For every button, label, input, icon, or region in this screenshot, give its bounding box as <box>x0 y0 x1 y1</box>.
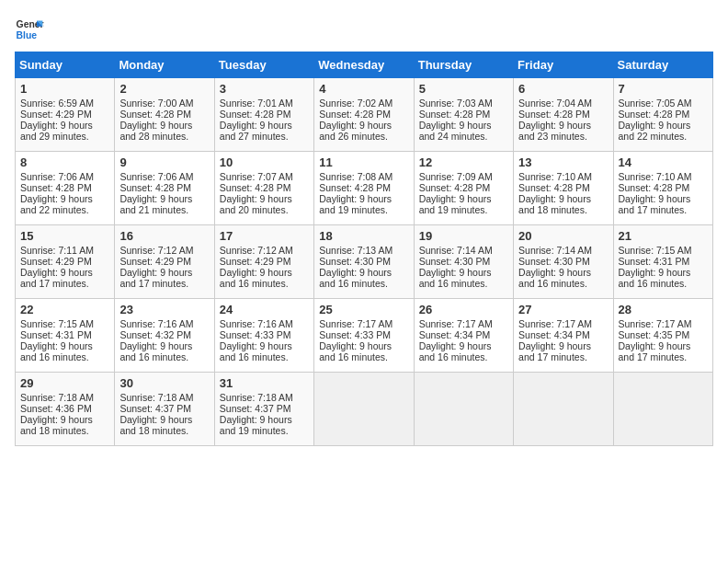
day-info-line: Sunset: 4:28 PM <box>518 109 608 120</box>
day-info-line: Sunset: 4:28 PM <box>419 109 508 120</box>
day-cell: 12Sunrise: 7:09 AMSunset: 4:28 PMDayligh… <box>414 152 513 225</box>
day-cell: 8Sunrise: 7:06 AMSunset: 4:28 PMDaylight… <box>16 152 115 225</box>
svg-text:Blue: Blue <box>17 30 38 40</box>
day-info-line: Sunrise: 7:08 AM <box>319 171 408 182</box>
day-info-line: Daylight: 9 hours <box>419 340 508 351</box>
day-info-line: Sunrise: 7:17 AM <box>619 318 708 329</box>
day-cell <box>613 373 712 446</box>
day-info-line: and 16 minutes. <box>518 278 608 289</box>
day-info-line: Sunset: 4:29 PM <box>220 256 309 267</box>
day-number: 22 <box>20 303 109 316</box>
day-info-line: Sunset: 4:28 PM <box>319 182 408 193</box>
day-info-line: Sunrise: 7:17 AM <box>319 318 408 329</box>
day-info-line: Daylight: 9 hours <box>119 120 209 131</box>
day-cell: 3Sunrise: 7:01 AMSunset: 4:28 PMDaylight… <box>214 78 313 152</box>
day-info-line: Daylight: 9 hours <box>619 120 708 131</box>
day-info-line: and 23 minutes. <box>518 131 608 142</box>
day-info-line: Daylight: 9 hours <box>119 340 209 351</box>
day-info-line: Sunset: 4:37 PM <box>119 403 209 414</box>
day-cell: 16Sunrise: 7:12 AMSunset: 4:29 PMDayligh… <box>115 225 214 299</box>
day-info-line: and 18 minutes. <box>518 204 608 215</box>
day-info-line: and 16 minutes. <box>319 278 408 289</box>
day-cell: 29Sunrise: 7:18 AMSunset: 4:36 PMDayligh… <box>16 373 115 446</box>
day-info-line: Sunset: 4:33 PM <box>220 329 309 340</box>
day-info-line: and 26 minutes. <box>319 131 408 142</box>
day-info-line: and 17 minutes. <box>619 204 708 215</box>
day-info-line: Sunrise: 7:05 AM <box>619 98 708 109</box>
day-info-line: Sunrise: 7:18 AM <box>119 392 209 403</box>
day-info-line: and 28 minutes. <box>119 131 209 142</box>
day-info-line: Sunrise: 7:10 AM <box>619 171 708 182</box>
day-info-line: Sunset: 4:28 PM <box>220 109 309 120</box>
day-info-line: Sunrise: 7:13 AM <box>319 245 408 256</box>
day-cell: 4Sunrise: 7:02 AMSunset: 4:28 PMDaylight… <box>314 78 414 152</box>
day-info-line: Sunrise: 7:15 AM <box>619 245 708 256</box>
day-cell: 25Sunrise: 7:17 AMSunset: 4:33 PMDayligh… <box>314 299 414 373</box>
page-header: General Blue <box>15 15 713 44</box>
day-info-line: Sunrise: 7:16 AM <box>220 318 309 329</box>
day-info-line: and 22 minutes. <box>619 131 708 142</box>
day-cell: 5Sunrise: 7:03 AMSunset: 4:28 PMDaylight… <box>414 78 513 152</box>
day-info-line: and 20 minutes. <box>220 204 309 215</box>
day-info-line: Daylight: 9 hours <box>319 267 408 278</box>
day-info-line: Sunrise: 7:10 AM <box>518 171 608 182</box>
day-number: 24 <box>220 303 309 316</box>
day-cell: 22Sunrise: 7:15 AMSunset: 4:31 PMDayligh… <box>16 299 115 373</box>
day-info-line: Sunrise: 7:02 AM <box>319 98 408 109</box>
day-info-line: Sunrise: 7:01 AM <box>220 98 309 109</box>
day-info-line: Sunset: 4:30 PM <box>518 256 608 267</box>
day-number: 8 <box>20 155 109 169</box>
day-info-line: Daylight: 9 hours <box>220 120 309 131</box>
calendar-table: Sunday Monday Tuesday Wednesday Thursday… <box>15 52 713 446</box>
day-info-line: Sunrise: 7:18 AM <box>220 392 309 403</box>
day-info-line: Sunrise: 7:14 AM <box>419 245 508 256</box>
day-info-line: Daylight: 9 hours <box>619 340 708 351</box>
day-info-line: Daylight: 9 hours <box>20 120 109 131</box>
day-info-line: Daylight: 9 hours <box>419 267 508 278</box>
day-info-line: Sunset: 4:33 PM <box>319 329 408 340</box>
day-info-line: and 16 minutes. <box>419 278 508 289</box>
day-cell: 24Sunrise: 7:16 AMSunset: 4:33 PMDayligh… <box>214 299 313 373</box>
day-cell: 19Sunrise: 7:14 AMSunset: 4:30 PMDayligh… <box>414 225 513 299</box>
day-info-line: Sunrise: 7:06 AM <box>119 171 209 182</box>
day-number: 18 <box>319 229 408 243</box>
day-info-line: Sunset: 4:28 PM <box>419 182 508 193</box>
day-number: 3 <box>220 82 309 96</box>
day-cell: 15Sunrise: 7:11 AMSunset: 4:29 PMDayligh… <box>16 225 115 299</box>
day-info-line: Sunset: 4:28 PM <box>619 182 708 193</box>
day-info-line: Sunrise: 7:12 AM <box>220 245 309 256</box>
day-info-line: and 16 minutes. <box>319 351 408 362</box>
day-number: 26 <box>419 303 508 316</box>
day-info-line: Daylight: 9 hours <box>220 340 309 351</box>
week-row-2: 8Sunrise: 7:06 AMSunset: 4:28 PMDaylight… <box>16 152 713 225</box>
day-cell: 10Sunrise: 7:07 AMSunset: 4:28 PMDayligh… <box>214 152 313 225</box>
col-tuesday: Tuesday <box>214 52 313 78</box>
day-info-line: Sunset: 4:29 PM <box>20 256 109 267</box>
day-info-line: Sunset: 4:28 PM <box>119 182 209 193</box>
day-info-line: and 17 minutes. <box>119 278 209 289</box>
day-number: 10 <box>220 155 309 169</box>
day-number: 17 <box>220 229 309 243</box>
day-number: 4 <box>319 82 408 96</box>
day-number: 6 <box>518 82 608 96</box>
day-info-line: Daylight: 9 hours <box>119 414 209 425</box>
day-cell: 11Sunrise: 7:08 AMSunset: 4:28 PMDayligh… <box>314 152 414 225</box>
day-number: 29 <box>20 376 109 390</box>
day-info-line: Daylight: 9 hours <box>518 340 608 351</box>
day-info-line: Daylight: 9 hours <box>619 193 708 204</box>
day-number: 28 <box>619 303 708 316</box>
day-info-line: Sunset: 4:34 PM <box>419 329 508 340</box>
day-info-line: Daylight: 9 hours <box>20 414 109 425</box>
day-info-line: Sunrise: 7:04 AM <box>518 98 608 109</box>
week-row-4: 22Sunrise: 7:15 AMSunset: 4:31 PMDayligh… <box>16 299 713 373</box>
day-number: 11 <box>319 155 408 169</box>
day-info-line: Sunrise: 7:06 AM <box>20 171 109 182</box>
day-info-line: Daylight: 9 hours <box>319 340 408 351</box>
day-info-line: Daylight: 9 hours <box>518 193 608 204</box>
day-info-line: Sunset: 4:36 PM <box>20 403 109 414</box>
day-info-line: and 17 minutes. <box>518 351 608 362</box>
day-info-line: Sunset: 4:30 PM <box>319 256 408 267</box>
header-row: Sunday Monday Tuesday Wednesday Thursday… <box>16 52 713 78</box>
day-cell: 28Sunrise: 7:17 AMSunset: 4:35 PMDayligh… <box>613 299 712 373</box>
day-number: 27 <box>518 303 608 316</box>
